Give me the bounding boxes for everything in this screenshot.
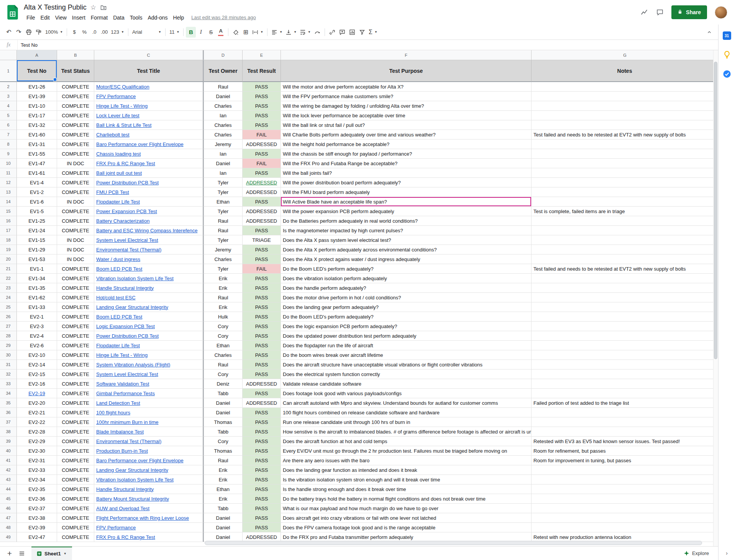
more-formats-button[interactable]: 123▼ <box>109 27 126 38</box>
cell-notes[interactable] <box>532 484 718 494</box>
cell-test-result[interactable]: PASS <box>243 341 281 350</box>
cell-test-owner[interactable]: Daniel <box>204 513 243 523</box>
cell-test-owner[interactable]: Tabb <box>204 389 243 398</box>
cell-test-title[interactable]: Vibration Isolation System Life Test <box>94 274 204 283</box>
row-number[interactable]: 12 <box>0 178 17 187</box>
column-header-a[interactable]: A <box>17 50 57 60</box>
cell-test-title[interactable]: Land Detection Test <box>94 398 204 408</box>
cell-test-no[interactable]: EV2-19 <box>17 389 57 398</box>
cell-test-no[interactable]: EV1-62 <box>17 293 57 302</box>
font-select[interactable]: Arial▼ <box>131 27 163 38</box>
cell-test-no[interactable]: EV1-6 <box>17 197 57 207</box>
cell-test-title[interactable]: 100hr minimum Burn in time <box>94 417 204 427</box>
test-title-link[interactable]: System Level Electrical Test <box>96 371 158 377</box>
cell-test-no-header[interactable]: Test No <box>17 60 57 82</box>
font-size-select[interactable]: 11▼ <box>168 27 181 38</box>
cell-test-owner[interactable]: Cory <box>204 437 243 446</box>
cell-test-result[interactable]: ADDRESSED <box>243 398 281 408</box>
cell-test-status[interactable]: COMPLETE <box>57 408 94 417</box>
cell-test-status[interactable]: IN DOC <box>57 255 94 264</box>
row-number[interactable]: 31 <box>0 360 17 370</box>
cell-notes[interactable] <box>532 322 718 331</box>
move-folder-icon[interactable] <box>100 5 107 11</box>
cell-notes[interactable] <box>532 197 718 207</box>
test-title-link[interactable]: Landing Gear Structural Integrity <box>96 304 168 310</box>
row-number[interactable]: 15 <box>0 207 17 216</box>
cell-test-result[interactable]: FAIL <box>243 130 281 140</box>
test-title-link[interactable]: Baro Performance over Flight Envelope <box>96 458 184 463</box>
row-number[interactable]: 28 <box>0 331 17 341</box>
cell-test-purpose[interactable]: Will the ball link or strut fail / pull … <box>281 120 532 130</box>
cell-notes[interactable] <box>532 341 718 350</box>
cell-test-result[interactable]: PASS <box>243 427 281 437</box>
share-button[interactable]: Share <box>671 5 707 19</box>
cell-notes[interactable]: Failed portion of test added to the tria… <box>532 398 718 408</box>
cell-test-owner[interactable]: Daniel <box>204 159 243 168</box>
cell-test-no[interactable]: EV1-2 <box>17 187 57 197</box>
row-number[interactable]: 40 <box>0 446 17 456</box>
vertical-align-button[interactable]: ▼ <box>284 27 298 38</box>
cell-test-owner[interactable]: Charles <box>204 350 243 360</box>
cell-test-owner[interactable]: Erik <box>204 274 243 283</box>
cell-notes[interactable] <box>532 140 718 149</box>
cell-test-result[interactable]: PASS <box>243 293 281 302</box>
cell-test-title[interactable]: Boom LED PCB Test <box>94 264 204 274</box>
cell-test-no[interactable]: EV2-28 <box>17 427 57 437</box>
cell-test-owner[interactable]: Tyler <box>204 235 243 245</box>
cell-test-result[interactable]: PASS <box>243 226 281 235</box>
test-title-link[interactable]: 100 flight hours <box>96 410 130 415</box>
cell-test-owner[interactable]: Erik <box>204 475 243 484</box>
test-title-link[interactable]: Vibration Isolation System Life Test <box>96 276 174 281</box>
cell-test-purpose[interactable]: Does the Alta X pass system level electr… <box>281 235 532 245</box>
cell-notes[interactable] <box>532 245 718 255</box>
menu-view[interactable]: View <box>52 14 69 21</box>
cell-notes[interactable] <box>532 417 718 427</box>
cell-test-purpose[interactable]: Do the battery trays hold the battery in… <box>281 494 532 504</box>
last-edit-link[interactable]: Last edit was 28 minutes ago <box>191 15 256 20</box>
cell-test-status[interactable]: COMPLETE <box>57 427 94 437</box>
cell-test-title[interactable]: System Level Electrical Test <box>94 235 204 245</box>
cell-test-status[interactable]: COMPLETE <box>57 149 94 159</box>
test-title-link[interactable]: Production Burn-in Test <box>96 448 148 454</box>
cell-test-purpose[interactable]: Does the Alta X perform adequately acros… <box>281 245 532 255</box>
cell-test-title[interactable]: Boom LED PCB Test <box>94 312 204 322</box>
row-number[interactable]: 36 <box>0 408 17 417</box>
cell-test-owner[interactable]: Tyler <box>204 207 243 216</box>
cell-test-result[interactable]: PASS <box>243 197 281 207</box>
row-number[interactable]: 8 <box>0 140 17 149</box>
cell-test-title[interactable]: Production Burn-in Test <box>94 446 204 456</box>
cell-test-status[interactable]: COMPLETE <box>57 398 94 408</box>
cell-test-owner[interactable]: Tyler <box>204 178 243 187</box>
cell-test-result[interactable]: ADDRESSED <box>243 207 281 216</box>
cell-test-result[interactable]: PASS <box>243 523 281 532</box>
cell-test-no[interactable]: EV2-39 <box>17 523 57 532</box>
collapse-toolbar-icon[interactable] <box>704 27 714 38</box>
cell-test-no[interactable]: EV2-22 <box>17 417 57 427</box>
cell-test-owner[interactable]: Erik <box>204 283 243 293</box>
cell-notes[interactable] <box>532 82 718 92</box>
cell-test-purpose[interactable]: Will the ball joints fail? <box>281 168 532 178</box>
vertical-scrollbar-thumb[interactable] <box>714 62 717 359</box>
cell-test-purpose[interactable]: Does the updated power distribution test… <box>281 331 532 341</box>
row-number[interactable]: 10 <box>0 159 17 168</box>
undo-button[interactable]: ↶ <box>4 27 14 38</box>
cell-test-title[interactable]: FPV Performance <box>94 523 204 532</box>
cell-test-title[interactable]: Blade Imbalance Test <box>94 427 204 437</box>
cell-notes[interactable] <box>532 255 718 264</box>
test-title-link[interactable]: FRX Pro & RC Range Test <box>96 534 155 540</box>
cell-test-owner[interactable]: Daniel <box>204 408 243 417</box>
test-title-link[interactable]: Vibration Isolation System Life Test <box>96 477 174 483</box>
document-title[interactable]: Alta X Testing Public <box>24 3 87 11</box>
cell-test-status[interactable]: COMPLETE <box>57 178 94 187</box>
cell-test-result[interactable]: PASS <box>243 312 281 322</box>
redo-button[interactable]: ↷ <box>14 27 24 38</box>
row-number[interactable]: 13 <box>0 187 17 197</box>
test-title-link[interactable]: Flopdapter Life Test <box>96 199 140 205</box>
cell-test-status[interactable]: COMPLETE <box>57 283 94 293</box>
test-title-link[interactable]: Chassis loading test <box>96 151 141 157</box>
strikethrough-button[interactable]: S <box>206 27 216 38</box>
cell-test-status[interactable]: COMPLETE <box>57 341 94 350</box>
cell-notes[interactable] <box>532 350 718 360</box>
cell-test-no[interactable]: EV1-26 <box>17 82 57 92</box>
cell-test-result[interactable]: PASS <box>243 504 281 513</box>
